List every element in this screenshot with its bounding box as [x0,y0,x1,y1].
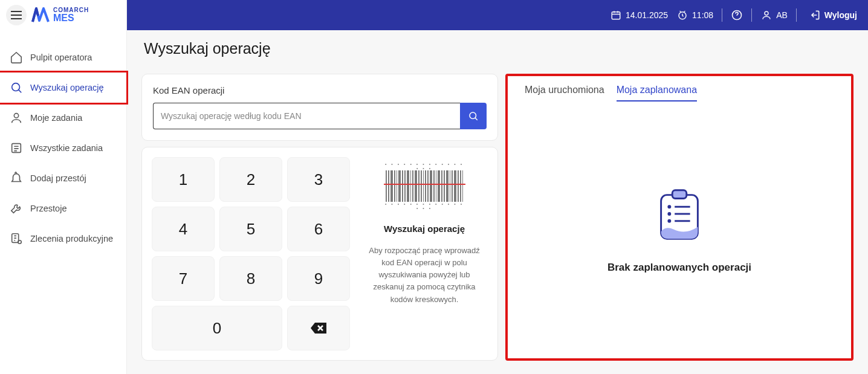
sidebar-item-label: Wszystkie zadania [30,143,103,153]
brand-bottom: MES [53,13,89,23]
clipboard-empty-icon [650,184,709,243]
sidebar-item-label: Pulpit operatora [30,53,92,62]
time-display: 11:08 [676,9,713,21]
keypad-key-1[interactable]: 1 [152,157,215,202]
svg-rect-5 [612,12,620,19]
sidebar-item-user[interactable]: Moje zadania [0,103,126,133]
keypad-key-9[interactable]: 9 [287,256,350,301]
backspace-icon [309,321,328,335]
bell-icon [10,172,23,185]
wrench-icon [10,202,23,215]
svg-point-1 [14,114,18,118]
page-title: Wyszukaj operację [144,40,271,57]
svg-point-8 [765,11,768,15]
user-icon [760,9,772,21]
sidebar-item-label: Dodaj przestój [30,173,86,183]
keypad-key-0[interactable]: 0 [152,306,282,350]
tab-1[interactable]: Moja zaplanowana [617,85,697,102]
keypad-key-5[interactable]: 5 [219,207,282,251]
logout-icon [809,9,821,21]
search-card: Kod EAN operacji [141,74,498,141]
topbar: 14.01.2025 11:08 AB Wyloguj [127,0,868,30]
sidebar-item-wrench[interactable]: Przestoje [0,193,126,224]
svg-point-16 [667,219,671,222]
orders-icon [10,232,23,245]
scan-title: Wyszukaj operację [384,224,465,234]
calendar-icon [610,9,622,21]
scan-description: Aby rozpocząć pracę wprowadź kod EAN ope… [361,245,488,306]
tab-0[interactable]: Moja uruchomiona [525,85,604,102]
date-display: 14.01.2025 [610,9,668,21]
keypad-card: 1234567890 • • • • • • • • • • • • • • •… [141,147,498,361]
logo-mark-icon [31,6,50,24]
help-icon [731,9,743,21]
ean-search-input[interactable] [153,103,460,129]
clock-icon [676,9,688,21]
sidebar-item-home[interactable]: Pulpit operatora [0,42,126,73]
svg-point-0 [12,83,20,91]
search-button[interactable] [460,103,487,129]
sidebar-item-label: Zlecenia produkcyjne [30,234,113,243]
help-button[interactable] [731,9,743,21]
keypad-key-2[interactable]: 2 [219,157,282,202]
keypad-key-7[interactable]: 7 [152,256,215,301]
operations-panel-highlighted: Moja uruchomionaMoja zaplanowana Brak za… [505,74,853,361]
home-icon [10,51,23,64]
search-icon [468,111,479,121]
list-icon [10,141,23,155]
svg-point-9 [470,112,476,119]
svg-point-12 [667,205,671,208]
keypad-key-4[interactable]: 4 [152,207,215,251]
logout-button[interactable]: Wyloguj [809,9,857,21]
sidebar-item-label: Moje zadania [30,113,82,123]
svg-point-14 [667,212,671,216]
sidebar-item-search[interactable]: Wyszukaj operację [0,73,126,103]
search-label: Kod EAN operacji [153,85,487,95]
user-display[interactable]: AB [760,9,788,21]
keypad-key-8[interactable]: 8 [219,256,282,301]
sidebar-item-bell[interactable]: Dodaj przestój [0,163,126,193]
hamburger-menu-button[interactable] [6,5,27,25]
sidebar-item-label: Wyszukaj operację [30,83,104,92]
svg-rect-11 [672,190,687,198]
logo: COMARCH MES [31,6,89,24]
sidebar-item-orders[interactable]: Zlecenia produkcyjne [0,224,126,254]
search-icon [10,81,23,94]
keypad-backspace[interactable] [287,306,350,350]
hamburger-icon [11,11,22,19]
keypad-key-6[interactable]: 6 [287,207,350,251]
user-icon [10,111,23,124]
keypad-key-3[interactable]: 3 [287,157,350,202]
sidebar-item-list[interactable]: Wszystkie zadania [0,133,126,163]
sidebar-item-label: Przestoje [30,204,66,213]
empty-state-message: Brak zaplanowanych operacji [607,262,751,274]
barcode-illustration: • • • • • • • • • • • • • • • • • • • • … [384,162,465,210]
